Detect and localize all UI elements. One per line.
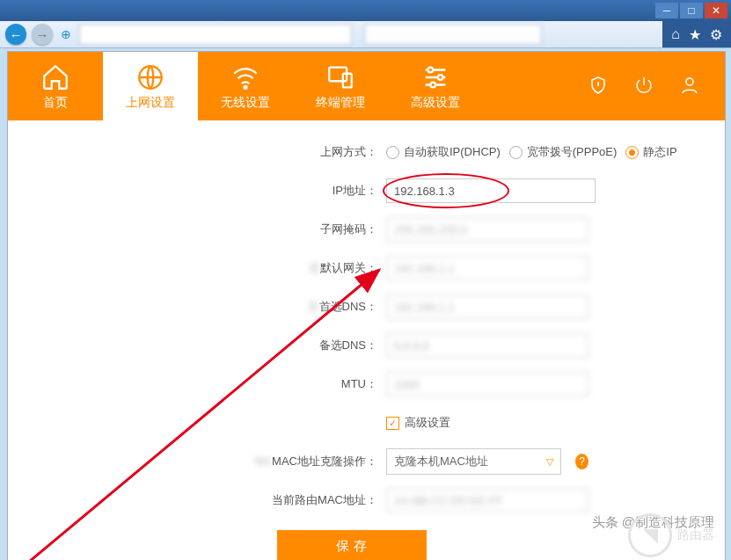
browser-tab[interactable] [364,24,542,45]
user-icon[interactable] [679,75,700,98]
star-icon[interactable]: ★ [689,26,701,43]
gateway-label: 默认网关： [320,261,377,274]
radio-pppoe[interactable]: 宽带拨号(PPPoE) [509,144,618,160]
home-icon[interactable]: ⌂ [671,26,680,42]
shield-icon: ⊕ [61,27,71,41]
wan-type-label: 上网方式： [8,144,386,160]
tab-advanced[interactable]: 高级设置 [388,52,483,120]
ip-label: IP地址： [8,183,386,199]
dns2-label: 备选DNS： [8,338,386,353]
tab-home-label: 首页 [43,95,68,111]
tab-terminals-label: 终端管理 [316,95,365,111]
radio-static[interactable]: 静态IP [625,144,676,160]
svg-point-7 [686,78,693,85]
browser-toolbar: ← → ⊕ ⌂ ★ ⚙ [0,21,731,48]
mtu-input[interactable]: 1500 [386,372,588,396]
tab-terminals[interactable]: 终端管理 [293,52,388,120]
tab-wireless-label: 无线设置 [221,95,270,111]
window-close[interactable]: ✕ [705,3,727,18]
watermark: ◥ 路由器 [628,513,714,557]
dns1-input[interactable]: 192.168.1.1 [386,295,588,319]
window-minimize[interactable]: ─ [655,3,678,18]
security-icon[interactable] [588,75,609,98]
tab-wireless[interactable]: 无线设置 [198,52,293,120]
svg-point-5 [438,75,443,80]
browser-menu: ⌂ ★ ⚙ [662,21,731,47]
tab-wan-label: 上网设置 [126,95,175,111]
tab-advanced-label: 高级设置 [411,95,460,111]
watermark-logo-icon: ◥ [628,513,672,557]
power-icon[interactable] [633,75,654,98]
svg-point-4 [428,68,434,73]
save-button[interactable]: 保 存 [277,530,427,560]
radio-dhcp[interactable]: 自动获取IP(DHCP) [386,144,501,160]
help-icon[interactable]: ? [575,454,588,469]
advanced-checkbox[interactable]: ✓高级设置 [386,415,450,431]
mask-label: 子网掩码： [8,222,386,237]
tab-wan-settings[interactable]: 上网设置 [103,52,198,120]
main-nav: 首页 上网设置 无线设置 终端管理 高级设置 [8,52,725,120]
mtu-label: MTU： [8,376,386,392]
nav-back-button[interactable]: ← [5,24,26,45]
svg-point-6 [430,83,435,88]
gear-icon[interactable]: ⚙ [710,26,722,43]
address-bar[interactable] [79,24,352,45]
current-mac-label: 当前路由MAC地址： [8,492,386,508]
mac-clone-select[interactable]: 克隆本机MAC地址 ▽ [386,448,561,475]
window-titlebar: ─ □ ✕ [0,0,731,21]
ip-input[interactable] [386,178,596,203]
settings-form: 上网方式： 自动获取IP(DHCP) 宽带拨号(PPPoE) 静态IP IP地址… [8,120,725,560]
svg-point-1 [245,86,247,89]
nav-forward-button[interactable]: → [32,24,53,45]
gateway-input[interactable]: 192.168.1.1 [386,256,588,280]
chevron-down-icon: ▽ [546,456,553,468]
dns1-label: 首选DNS： [319,300,377,313]
window-maximize[interactable]: □ [680,3,703,18]
dns2-input[interactable]: 8.8.8.8 [386,333,588,358]
tab-home[interactable]: 首页 [8,52,103,120]
current-mac-value: AA:BB:CC:DD:EE:FF [386,488,588,513]
router-admin-page: 首页 上网设置 无线设置 终端管理 高级设置 上网方式： 自动获取I [7,51,726,560]
mac-clone-label: MAC地址克隆操作： [272,455,377,468]
mask-input[interactable]: 255.255.255.0 [386,217,588,242]
